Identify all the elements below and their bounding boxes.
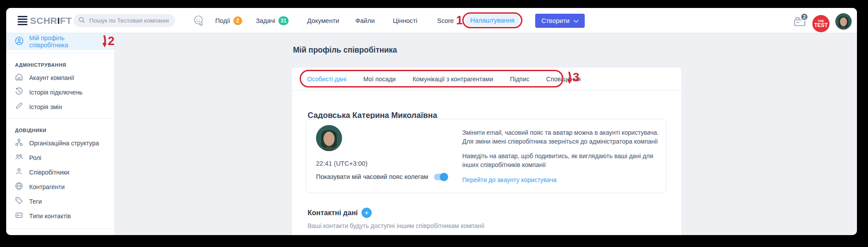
sidebar-item-connection-history[interactable]: Історія підключень — [6, 85, 114, 99]
sidebar-item-label: Акаунт компанії — [29, 74, 74, 81]
sidebar-item-label: Історія змін — [29, 103, 62, 110]
sidebar-item-roles[interactable]: Ролі — [6, 150, 114, 165]
org-structure-icon — [15, 138, 23, 148]
annotation-arrow-2: 2 — [101, 35, 114, 48]
annotation-step-3: 3 — [573, 72, 579, 85]
sidebar-item-label: Контрагенти — [29, 183, 65, 190]
nav-item-label: Score — [437, 17, 454, 24]
contact-types-icon — [15, 211, 23, 220]
search-icon — [79, 17, 85, 25]
sidebar-item-label: Історія підключень — [29, 89, 83, 96]
info-paragraph: Змінити email, часовий пояс та аватар мо… — [462, 128, 662, 146]
sidebar-item-counterparties[interactable]: Контрагенти — [6, 179, 114, 194]
account-link[interactable]: Перейти до акаунту користувача — [462, 176, 556, 183]
nav-item-documents[interactable]: Документи — [307, 8, 339, 33]
nav-item-values[interactable]: Цінності — [393, 8, 417, 33]
globe-icon — [15, 182, 23, 191]
nav-item-label: Задачі — [256, 17, 275, 24]
home-icon — [15, 73, 23, 82]
add-contact-button[interactable]: + — [362, 208, 372, 218]
sidebar-item-label: Мій профіль співробітника — [29, 34, 95, 49]
cash-register-icon[interactable]: 2 — [794, 16, 806, 28]
sidebar-section-administration: АДМІНІСТРУВАННЯ — [15, 62, 114, 68]
sidebar-item-my-profile[interactable]: Мій профіль співробітника 2 — [6, 33, 114, 50]
nav-item-label: Документи — [307, 17, 339, 24]
sidebar-section-directories: ДОВІДНИКИ — [15, 128, 114, 133]
chevron-down-icon — [574, 17, 579, 24]
info-paragraph: Наведіть на аватар, щоб подивитись, як в… — [462, 152, 662, 169]
sidebar: Мій профіль співробітника 2 АДМІНІСТРУВА… — [6, 33, 115, 235]
tab-personal-data[interactable]: Особисті дані — [307, 76, 346, 83]
brand-logo[interactable]: SCHRIFT — [18, 8, 72, 33]
sidebar-item-tags[interactable]: Теги — [6, 194, 114, 209]
nav-item-score[interactable]: Score — [437, 8, 454, 33]
register-count-badge: 2 — [800, 13, 808, 21]
sidebar-divider — [6, 228, 114, 229]
profile-avatar[interactable] — [316, 125, 342, 151]
sidebar-item-label: Ролі — [29, 154, 41, 161]
employee-icon — [15, 167, 23, 177]
sidebar-item-company-account[interactable]: Акаунт компанії — [6, 70, 114, 85]
app-window: SCHRIFT Події 2 Задачі 31 До — [6, 8, 857, 235]
events-count-badge: 2 — [233, 16, 242, 25]
annotation-step-1: 1 — [456, 15, 463, 27]
search-input[interactable] — [88, 17, 170, 24]
roles-icon — [15, 153, 23, 162]
local-time: 22:41 (UTC+3:00) — [316, 160, 367, 167]
tab-my-positions[interactable]: Мої посади — [363, 76, 396, 83]
sidebar-item-label: Теги — [29, 198, 42, 205]
nav-item-label: Цінності — [393, 17, 417, 24]
user-circle-icon — [15, 37, 23, 46]
top-bar: SCHRIFT Події 2 Задачі 31 До — [6, 8, 857, 33]
sidebar-item-contact-types[interactable]: Типи контактів — [6, 209, 114, 223]
contacts-section-subtitle: Ваші контакти будуть доступні іншим спів… — [308, 222, 484, 229]
create-button[interactable]: Створити — [535, 14, 585, 28]
timezone-toggle-label: Показувати мій часовий пояс колегам — [316, 173, 428, 180]
profile-info-text: Змінити email, часовий пояс та аватар мо… — [462, 128, 662, 184]
company-logo-line2: TEST — [814, 23, 828, 28]
main-content: Мій профіль співробітника Особисті дані … — [115, 33, 857, 235]
tab-signature[interactable]: Підпис — [510, 76, 529, 83]
sidebar-item-label: Організаційна структура — [29, 140, 99, 147]
timezone-toggle[interactable] — [434, 174, 447, 180]
annotation-arrow-3: 3 — [566, 72, 579, 85]
nav-item-label: Події — [215, 17, 230, 24]
sidebar-item-org-structure[interactable]: Організаційна структура — [6, 136, 114, 150]
nav-item-settings[interactable]: Налаштування — [464, 15, 520, 26]
sidebar-item-change-history[interactable]: Історія змін — [6, 99, 114, 114]
nav-item-files[interactable]: Файли — [355, 8, 375, 33]
brand-wordmark: SCHRIFT — [30, 15, 72, 26]
sidebar-item-employees[interactable]: Співробітники — [6, 165, 114, 179]
annotation-step-2: 2 — [108, 35, 114, 47]
timezone-toggle-row: Показувати мій часовий пояс колегам — [316, 173, 447, 180]
user-avatar[interactable] — [835, 13, 852, 30]
annotation-circle-settings: Налаштування — [462, 12, 522, 28]
company-logo[interactable]: THE TEST — [812, 15, 830, 32]
sidebar-item-label: Співробітники — [29, 169, 69, 176]
tag-icon — [15, 197, 23, 206]
sidebar-divider — [6, 53, 114, 53]
tasks-count-badge: 31 — [278, 16, 289, 25]
nav-item-label: Файли — [355, 17, 375, 24]
tab-bar: Особисті дані Мої посади Комунікації з к… — [292, 68, 681, 91]
profile-panel: Особисті дані Мої посади Комунікації з к… — [292, 68, 681, 235]
history-icon — [15, 87, 23, 97]
nav-item-tasks[interactable]: Задачі 31 — [256, 8, 289, 33]
smiley-bell-icon[interactable] — [193, 15, 205, 29]
page-title: Мій профіль співробітника — [293, 46, 397, 55]
tab-counterparty-communications[interactable]: Комунікації з контрагентами — [412, 76, 493, 83]
sidebar-item-label: Типи контактів — [29, 213, 71, 220]
sidebar-divider — [6, 118, 114, 119]
nav-item-events[interactable]: Події 2 — [215, 8, 242, 33]
profile-summary-card: 22:41 (UTC+3:00) Показувати мій часовий … — [306, 119, 666, 193]
global-search[interactable] — [73, 14, 175, 27]
contacts-section-title: Контактні дані — [308, 209, 358, 217]
pencil-icon — [15, 102, 23, 111]
create-button-label: Створити — [541, 17, 570, 24]
hamburger-icon[interactable] — [18, 16, 27, 25]
